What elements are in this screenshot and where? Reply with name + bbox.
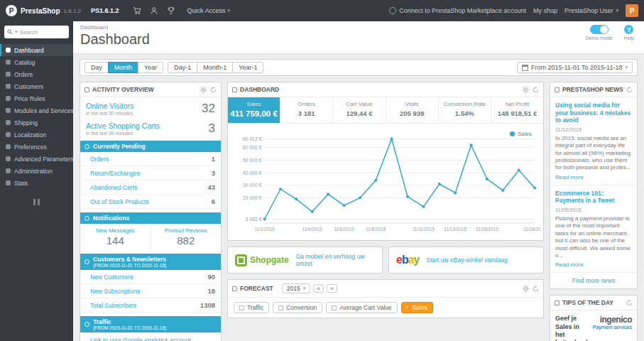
refresh-icon[interactable] [626, 87, 633, 93]
google-analytics-link[interactable]: Link to your Google Analytics account [90, 337, 191, 341]
online-visitors-stat: Online Visitors in the last 30 minutes 3… [80, 97, 221, 117]
forecast-next-button[interactable]: » [327, 284, 337, 293]
sidebar-item-orders[interactable]: Orders [0, 68, 73, 80]
active-carts-link[interactable]: Active Shopping Carts [86, 121, 160, 130]
traffic-title: Traffic [93, 318, 111, 325]
returns-link[interactable]: Return/Exchanges [90, 170, 140, 177]
sidebar-search[interactable]: ▾ [4, 26, 69, 38]
find-more-news-link[interactable]: Find more news [550, 273, 637, 288]
refresh-icon[interactable] [533, 87, 539, 93]
orders-cart-icon[interactable] [132, 6, 142, 16]
kpi-orders[interactable]: Orders 3 181 [280, 97, 333, 123]
refresh-icon[interactable] [533, 286, 539, 292]
read-more-link[interactable]: Read more [555, 174, 632, 180]
date-range-picker[interactable]: From 2015-11-01 To 2015-11-18 ▾ [517, 62, 633, 73]
shopgate-link[interactable]: Ga mobiel en verhoog uw omzet [296, 253, 375, 267]
sidebar-item-administration[interactable]: Administration [0, 165, 73, 177]
new-subscriptions-value: 18 [207, 287, 215, 295]
gear-icon[interactable] [523, 286, 529, 292]
gear-icon[interactable] [523, 87, 529, 93]
sidebar-item-label: Dashboard [14, 47, 44, 54]
tips-panel-title: TIPS OF THE DAY [562, 299, 613, 306]
month-button[interactable]: Month [108, 62, 138, 73]
customers-newsletters-header: Customers & Newsletters (FROM 2015-11-01… [80, 254, 221, 270]
stats-icon [6, 180, 11, 185]
sidebar-item-stats[interactable]: Stats [0, 177, 73, 189]
forecast-prev-button[interactable]: « [313, 284, 324, 293]
home-icon [6, 48, 11, 53]
ingenico-name: ingenico [593, 315, 632, 325]
year-1-button[interactable]: Year-1 [232, 62, 263, 73]
new-messages-stat[interactable]: New Messages 144 [80, 224, 151, 250]
chart-legend[interactable]: Sales [510, 131, 532, 137]
forecast-toggle-traffic[interactable]: Traffic [234, 302, 269, 313]
calendar-icon [522, 65, 528, 71]
envelope-icon [84, 216, 89, 221]
quick-access-menu[interactable]: Quick Access ▾ [187, 7, 231, 14]
day-button[interactable]: Day [84, 62, 109, 73]
forecast-toggle-conversion[interactable]: Conversion [273, 302, 322, 313]
out-of-stock-value: 6 [212, 197, 215, 205]
kpi-conversion-rate[interactable]: Conversion Rate 1.54% [439, 97, 491, 123]
kpi-sales[interactable]: Sales 411 759,00 € [228, 97, 280, 123]
search-input[interactable] [20, 29, 66, 36]
forecast-year-select[interactable]: 2015 ▾ [282, 283, 310, 293]
news-article-title-link[interactable]: Ecommerce 101: Payments in a Tweet [555, 190, 632, 205]
sidebar-item-preferences[interactable]: Preferences [0, 141, 73, 153]
sidebar-item-price-rules[interactable]: Price Rules [0, 92, 73, 104]
online-visitors-link[interactable]: Online Visitors [86, 102, 134, 110]
sidebar-item-catalog[interactable]: Catalog [0, 56, 73, 68]
sidebar-collapse-icon[interactable] [33, 199, 40, 205]
customers-icon[interactable] [149, 6, 159, 16]
month-1-button[interactable]: Month-1 [197, 62, 233, 73]
sidebar-item-customers[interactable]: Customers [0, 80, 73, 92]
read-more-link[interactable]: Read more [555, 261, 632, 268]
kpi-value: 205 939 [388, 109, 437, 117]
abandoned-carts-value: 43 [207, 183, 215, 191]
refresh-icon[interactable] [626, 300, 633, 306]
user-avatar[interactable]: P [626, 4, 638, 17]
sidebar-item-dashboard[interactable]: Dashboard [0, 44, 73, 56]
total-subscribers-value: 1308 [200, 301, 215, 309]
kpi-visits[interactable]: Visits 205 939 [386, 97, 439, 123]
forecast-toggle-sales[interactable]: ✓Sales [401, 302, 433, 313]
sidebar-item-advanced-parameters[interactable]: Advanced Parameters [0, 153, 73, 165]
my-shop-link[interactable]: My shop [533, 7, 557, 14]
forecast-toggle-average-cart-value[interactable]: Average Cart Value [326, 302, 397, 313]
wrench-icon [6, 156, 11, 161]
kpi-cart-value[interactable]: Cart Value 129,44 € [333, 97, 386, 123]
sidebar-item-shipping[interactable]: Shipping [0, 117, 73, 129]
refresh-icon[interactable] [210, 87, 217, 93]
ebay-letter: a [408, 254, 414, 266]
demo-mode-toggle[interactable] [590, 25, 608, 34]
gear-icon[interactable] [200, 87, 207, 93]
notifications-header: Notifications [80, 212, 221, 224]
kpi-net-profit[interactable]: Net Profit 148 918,51 € [491, 97, 543, 123]
admin-icon [6, 168, 11, 173]
svg-text:11/4/2015: 11/4/2015 [302, 227, 323, 232]
main-content: Dashboard Dashboard Demo mode ? Help Day… [73, 21, 644, 341]
new-subscriptions-link[interactable]: New Subscriptions [90, 288, 140, 295]
date-range-label: From 2015-11-01 To 2015-11-18 [531, 64, 623, 71]
help-icon[interactable]: ? [624, 25, 633, 34]
year-button[interactable]: Year [138, 62, 163, 73]
new-customers-link[interactable]: New Customers [90, 274, 133, 281]
user-menu[interactable]: PrestaShop User ▾ [564, 7, 618, 14]
out-of-stock-link[interactable]: Out of Stock Products [90, 198, 149, 205]
news-article-title-link[interactable]: Using social media for your business: 4 … [555, 102, 632, 124]
product-reviews-stat[interactable]: Product Reviews 882 [151, 224, 222, 250]
day-1-button[interactable]: Day-1 [168, 62, 197, 73]
pending-orders-link[interactable]: Orders [90, 156, 109, 163]
sidebar-item-modules[interactable]: Modules and Services [0, 104, 73, 117]
badges-trophy-icon[interactable] [166, 6, 176, 16]
kpi-label: Visits [388, 101, 437, 107]
ebay-link[interactable]: Start uw eBay-winkel vandaag [427, 256, 508, 264]
marketplace-link[interactable]: Connect to PrestaShop Marketplace accoun… [389, 7, 526, 14]
prestashop-logo[interactable]: P PrestaShop 1.6.1.2 [6, 5, 81, 16]
sidebar-item-localization[interactable]: Localization [0, 129, 73, 141]
total-subscribers-link[interactable]: Total Subscribers [90, 302, 136, 309]
breadcrumb[interactable]: Dashboard [80, 24, 637, 31]
abandoned-carts-link[interactable]: Abandoned Carts [90, 184, 137, 191]
new-customers-row: New Customers 90 [80, 270, 221, 284]
activity-overview-panel: ACTIVITY OVERVIEW Online Visitors in the… [80, 82, 222, 341]
